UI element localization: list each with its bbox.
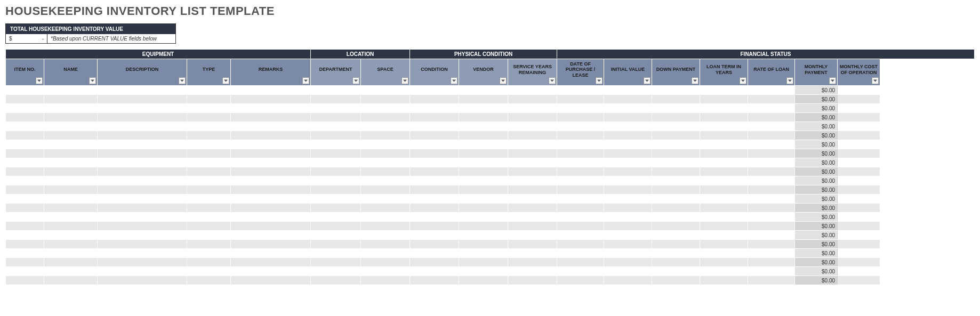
table-cell[interactable]: [459, 222, 508, 231]
table-cell[interactable]: [838, 167, 880, 176]
table-cell[interactable]: [231, 267, 311, 276]
table-cell[interactable]: [838, 185, 880, 195]
table-cell[interactable]: [44, 204, 98, 213]
table-cell[interactable]: [508, 267, 557, 276]
table-cell[interactable]: [311, 167, 361, 176]
table-cell[interactable]: [700, 149, 748, 158]
table-cell[interactable]: [311, 258, 361, 267]
table-cell[interactable]: [459, 122, 508, 131]
table-cell[interactable]: [44, 195, 98, 204]
table-cell[interactable]: [410, 122, 459, 131]
table-cell[interactable]: [44, 276, 98, 285]
table-cell[interactable]: [459, 113, 508, 122]
table-cell[interactable]: [508, 131, 557, 140]
table-cell[interactable]: [98, 185, 187, 195]
table-cell[interactable]: [748, 113, 795, 122]
table-cell[interactable]: [187, 267, 231, 276]
table-cell[interactable]: [838, 267, 880, 276]
table-cell[interactable]: $0.00: [795, 213, 838, 222]
table-cell[interactable]: [748, 276, 795, 285]
table-cell[interactable]: [557, 131, 604, 140]
table-cell[interactable]: [410, 185, 459, 195]
table-cell[interactable]: [44, 249, 98, 258]
table-cell[interactable]: [838, 276, 880, 285]
table-cell[interactable]: [98, 195, 187, 204]
table-cell[interactable]: $0.00: [795, 267, 838, 276]
table-cell[interactable]: [44, 267, 98, 276]
table-cell[interactable]: [652, 140, 700, 149]
table-cell[interactable]: [838, 204, 880, 213]
table-cell[interactable]: [231, 167, 311, 176]
table-cell[interactable]: [557, 113, 604, 122]
table-cell[interactable]: [311, 176, 361, 185]
table-cell[interactable]: [6, 95, 44, 104]
table-cell[interactable]: [6, 231, 44, 240]
table-cell[interactable]: [361, 267, 410, 276]
filter-dropdown-icon[interactable]: [500, 77, 507, 84]
table-cell[interactable]: [652, 122, 700, 131]
table-cell[interactable]: [508, 185, 557, 195]
table-cell[interactable]: [6, 276, 44, 285]
table-cell[interactable]: [98, 122, 187, 131]
table-cell[interactable]: [410, 231, 459, 240]
table-cell[interactable]: [652, 249, 700, 258]
table-cell[interactable]: [410, 113, 459, 122]
table-cell[interactable]: [231, 185, 311, 195]
table-cell[interactable]: [44, 122, 98, 131]
table-cell[interactable]: [700, 267, 748, 276]
table-cell[interactable]: [604, 95, 652, 104]
table-cell[interactable]: [557, 204, 604, 213]
table-cell[interactable]: [410, 267, 459, 276]
table-cell[interactable]: [459, 104, 508, 113]
table-cell[interactable]: $0.00: [795, 204, 838, 213]
table-cell[interactable]: [748, 104, 795, 113]
table-cell[interactable]: [508, 240, 557, 249]
table-cell[interactable]: [604, 176, 652, 185]
table-cell[interactable]: [838, 222, 880, 231]
table-cell[interactable]: [652, 267, 700, 276]
filter-dropdown-icon[interactable]: [302, 77, 309, 84]
table-cell[interactable]: [557, 185, 604, 195]
table-cell[interactable]: [508, 149, 557, 158]
table-cell[interactable]: [652, 231, 700, 240]
filter-dropdown-icon[interactable]: [786, 77, 793, 84]
table-cell[interactable]: [508, 195, 557, 204]
table-cell[interactable]: [6, 258, 44, 267]
table-cell[interactable]: [6, 213, 44, 222]
table-cell[interactable]: [748, 195, 795, 204]
table-cell[interactable]: [508, 86, 557, 95]
table-cell[interactable]: [231, 149, 311, 158]
table-cell[interactable]: [410, 140, 459, 149]
table-cell[interactable]: [44, 240, 98, 249]
table-cell[interactable]: [410, 149, 459, 158]
table-cell[interactable]: [231, 176, 311, 185]
table-cell[interactable]: [748, 267, 795, 276]
filter-dropdown-icon[interactable]: [451, 77, 457, 84]
table-cell[interactable]: [604, 222, 652, 231]
table-cell[interactable]: [838, 231, 880, 240]
table-cell[interactable]: [361, 195, 410, 204]
table-cell[interactable]: [231, 113, 311, 122]
table-cell[interactable]: [700, 86, 748, 95]
table-cell[interactable]: [604, 195, 652, 204]
table-cell[interactable]: [604, 122, 652, 131]
table-cell[interactable]: [748, 258, 795, 267]
table-cell[interactable]: [311, 267, 361, 276]
table-cell[interactable]: [557, 276, 604, 285]
table-cell[interactable]: [604, 131, 652, 140]
table-cell[interactable]: [748, 131, 795, 140]
table-cell[interactable]: [700, 222, 748, 231]
table-cell[interactable]: [98, 176, 187, 185]
table-cell[interactable]: [459, 167, 508, 176]
table-cell[interactable]: [557, 231, 604, 240]
table-cell[interactable]: $0.00: [795, 113, 838, 122]
table-cell[interactable]: [459, 149, 508, 158]
table-cell[interactable]: [700, 113, 748, 122]
table-cell[interactable]: [508, 167, 557, 176]
table-cell[interactable]: [98, 149, 187, 158]
table-cell[interactable]: [459, 195, 508, 204]
table-cell[interactable]: [508, 104, 557, 113]
table-cell[interactable]: [700, 258, 748, 267]
filter-dropdown-icon[interactable]: [596, 77, 603, 84]
table-cell[interactable]: [557, 222, 604, 231]
